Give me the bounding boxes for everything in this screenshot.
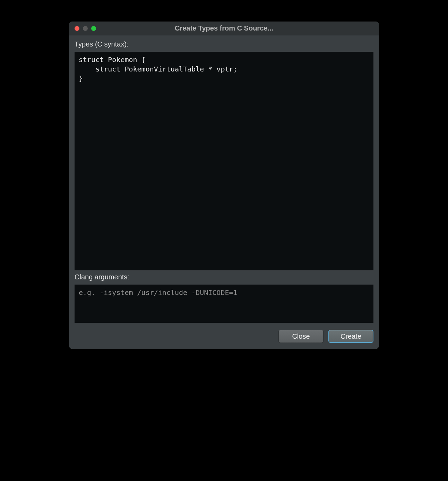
close-window-icon[interactable]: [75, 26, 79, 31]
close-button[interactable]: Close: [278, 330, 324, 343]
types-label: Types (C syntax):: [75, 40, 373, 48]
dialog-title: Create Types from C Source...: [69, 24, 379, 32]
dialog-window: Create Types from C Source... Types (C s…: [69, 22, 379, 349]
dialog-content: Types (C syntax): Clang arguments: Close…: [69, 35, 379, 349]
traffic-lights: [69, 26, 96, 31]
zoom-window-icon[interactable]: [91, 26, 96, 31]
types-input[interactable]: [75, 52, 373, 270]
button-row: Close Create: [75, 330, 373, 343]
clang-args-input[interactable]: [75, 285, 373, 323]
clang-args-label: Clang arguments:: [75, 273, 373, 281]
create-button[interactable]: Create: [328, 330, 373, 343]
minimize-window-icon[interactable]: [83, 26, 88, 31]
titlebar: Create Types from C Source...: [69, 22, 379, 35]
